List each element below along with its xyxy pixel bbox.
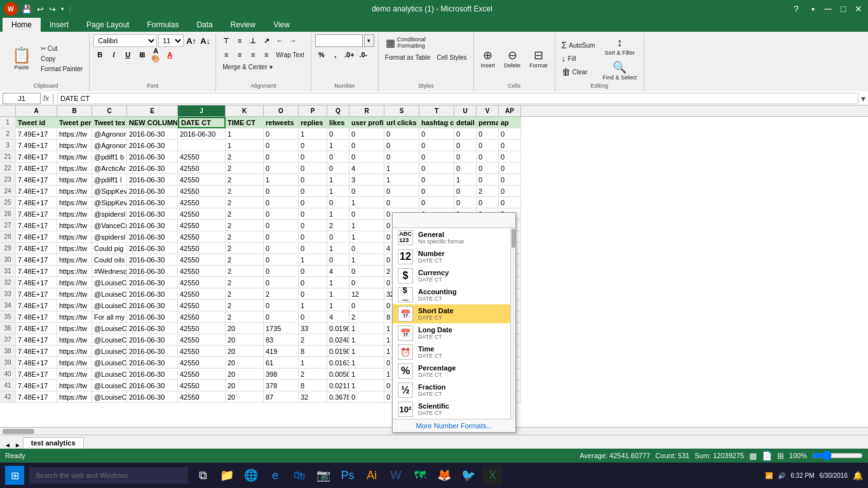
cell[interactable]: 0 bbox=[264, 243, 299, 254]
col-header-B[interactable]: B bbox=[57, 105, 92, 116]
cell[interactable]: 1 bbox=[349, 346, 384, 357]
cell[interactable]: 0 bbox=[477, 163, 499, 174]
cell[interactable]: 2016-06-30 bbox=[127, 140, 178, 151]
cell[interactable]: 1 bbox=[299, 128, 327, 140]
cell[interactable]: https://tw bbox=[57, 380, 92, 391]
cell[interactable]: 0 bbox=[299, 140, 327, 151]
number-format-input[interactable] bbox=[315, 34, 363, 47]
cell[interactable]: 0 bbox=[264, 277, 299, 288]
cell[interactable]: 2 bbox=[226, 220, 264, 231]
expand-formula-bar[interactable]: ▾ bbox=[861, 93, 865, 104]
cell[interactable]: https://tw bbox=[57, 346, 92, 357]
cell[interactable]: 2016-06-30 bbox=[127, 311, 178, 323]
cell[interactable]: 0 bbox=[419, 197, 454, 208]
number-format-item-currency[interactable]: $ Currency DATE CT bbox=[393, 266, 515, 285]
cell[interactable]: 42550 bbox=[178, 391, 226, 403]
cell[interactable]: 0 bbox=[299, 208, 327, 220]
cell[interactable]: 0 bbox=[454, 151, 477, 163]
cell[interactable]: 0.367816 bbox=[327, 391, 349, 403]
cell[interactable]: 7.48E+17 bbox=[16, 254, 57, 266]
cell[interactable]: 0 bbox=[349, 128, 384, 140]
cell[interactable]: 1 bbox=[349, 369, 384, 380]
autosum-button[interactable]: Σ AutoSum bbox=[559, 39, 598, 51]
comma-button[interactable]: , bbox=[329, 48, 342, 61]
cell[interactable]: 0 bbox=[419, 174, 454, 186]
increase-decimal-button[interactable]: .0+ bbox=[343, 48, 356, 61]
cell[interactable]: 2016-06-30 bbox=[127, 243, 178, 254]
cell[interactable]: 2 bbox=[226, 163, 264, 174]
align-top-button[interactable]: ⊤ bbox=[220, 34, 233, 47]
cell[interactable]: For all my bbox=[92, 311, 127, 323]
cell[interactable]: https://tw bbox=[57, 163, 92, 174]
cell[interactable]: https://tw bbox=[57, 334, 92, 346]
font-grow-button[interactable]: A↑ bbox=[185, 34, 198, 47]
cell[interactable]: @LouiseC bbox=[92, 346, 127, 357]
cell[interactable]: 42550 bbox=[178, 266, 226, 277]
cell-J1[interactable]: DATE CT bbox=[178, 117, 226, 128]
cell[interactable]: 0 bbox=[264, 128, 299, 140]
cell[interactable]: 7.48E+17 bbox=[16, 311, 57, 323]
cell[interactable]: https://tw bbox=[57, 391, 92, 403]
cell-Q1[interactable]: likes bbox=[327, 117, 349, 128]
cell[interactable]: 33 bbox=[299, 323, 327, 334]
col-header-S[interactable]: S bbox=[384, 105, 419, 116]
cell[interactable]: 2 bbox=[477, 186, 499, 197]
format-button[interactable]: ⊟ Format bbox=[526, 46, 551, 71]
cell[interactable]: 7.48E+17 bbox=[16, 231, 57, 243]
tab-review[interactable]: Review bbox=[222, 18, 264, 32]
tab-formulas[interactable]: Formulas bbox=[138, 18, 187, 32]
cell[interactable]: @LouiseC bbox=[92, 277, 127, 288]
justify-button[interactable]: ≡ bbox=[260, 48, 273, 61]
sheet-tab-test-analytics[interactable]: test analytics bbox=[23, 437, 84, 449]
cell[interactable]: 42550 bbox=[178, 357, 226, 369]
text-direction-button[interactable]: ↗ bbox=[260, 34, 273, 47]
cell[interactable]: 7.48E+17 bbox=[16, 334, 57, 346]
cell[interactable]: 42550 bbox=[178, 311, 226, 323]
number-format-item-percentage[interactable]: % Percentage DATE CT bbox=[393, 362, 515, 381]
bold-button[interactable]: B bbox=[93, 48, 106, 61]
page-layout-view-button[interactable]: 📄 bbox=[762, 451, 772, 461]
cell[interactable]: 0 bbox=[454, 128, 477, 140]
illustrator-taskbar[interactable]: Ai bbox=[362, 466, 381, 485]
cell[interactable]: @spidersl bbox=[92, 208, 127, 220]
cell[interactable]: 0 bbox=[299, 174, 327, 186]
font-name-select[interactable]: Calibri bbox=[93, 34, 157, 47]
cell-styles-button[interactable]: Cell Styles bbox=[434, 53, 469, 62]
cell[interactable]: 3 bbox=[349, 174, 384, 186]
cell[interactable]: 42550 bbox=[178, 208, 226, 220]
col-header-K[interactable]: K bbox=[226, 105, 264, 116]
cell[interactable]: @Agronor bbox=[92, 140, 127, 151]
col-header-C[interactable]: C bbox=[92, 105, 127, 116]
cell[interactable]: 0 bbox=[384, 151, 419, 163]
cell[interactable]: 1 bbox=[327, 174, 349, 186]
col-header-P[interactable]: P bbox=[299, 105, 327, 116]
cell[interactable]: 1 bbox=[327, 300, 349, 311]
wrap-text-button[interactable]: Wrap Text bbox=[273, 48, 307, 61]
cell[interactable]: 7.48E+17 bbox=[16, 220, 57, 231]
cell[interactable]: 2016-06-30 bbox=[127, 186, 178, 197]
col-header-U[interactable]: U bbox=[454, 105, 477, 116]
cell[interactable]: https://tw bbox=[57, 243, 92, 254]
cell[interactable]: 1 bbox=[384, 163, 419, 174]
cell[interactable]: @LouiseC bbox=[92, 334, 127, 346]
notification-button[interactable]: 🔔 bbox=[853, 471, 863, 480]
cell[interactable]: 42550 bbox=[178, 323, 226, 334]
cell[interactable]: 0 bbox=[349, 186, 384, 197]
cell[interactable]: 2016-06-30 bbox=[127, 231, 178, 243]
cell[interactable]: 0 bbox=[327, 151, 349, 163]
number-format-item-time[interactable]: ⏰ Time DATE CT bbox=[393, 342, 515, 362]
cell[interactable]: @VanceCr bbox=[92, 220, 127, 231]
camera-taskbar[interactable]: 📷 bbox=[314, 466, 333, 485]
cell[interactable]: 398 bbox=[264, 369, 299, 380]
cell-R1[interactable]: user profi bbox=[349, 117, 384, 128]
cell[interactable]: 0 bbox=[349, 391, 384, 403]
col-header-Q[interactable]: Q bbox=[327, 105, 349, 116]
cell[interactable]: 42550 bbox=[178, 346, 226, 357]
cell[interactable]: 2 bbox=[264, 288, 299, 300]
cell[interactable]: 2 bbox=[226, 277, 264, 288]
cell[interactable]: 2 bbox=[226, 197, 264, 208]
cell[interactable]: 0 bbox=[264, 231, 299, 243]
cell[interactable]: 0 bbox=[454, 197, 477, 208]
indent-increase-button[interactable]: → bbox=[287, 34, 299, 47]
number-format-item-long-date[interactable]: 📅 Long Date DATE CT bbox=[393, 323, 515, 342]
